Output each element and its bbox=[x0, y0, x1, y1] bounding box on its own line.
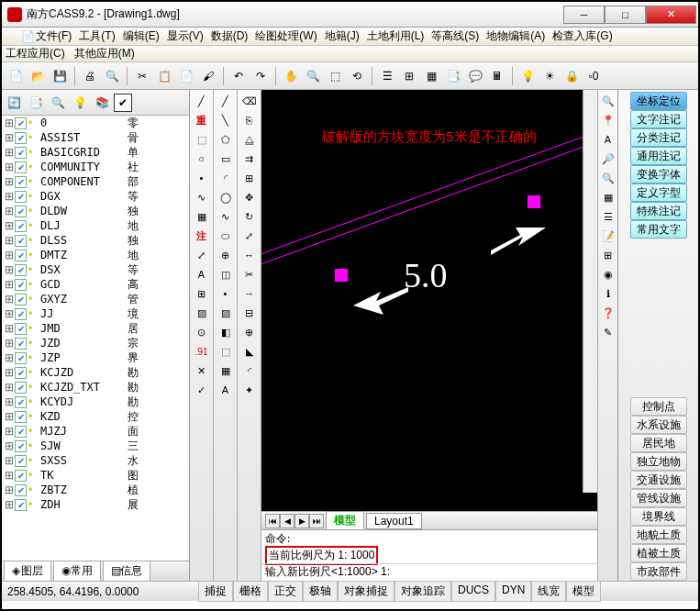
vcircle-icon[interactable]: ○ bbox=[192, 150, 212, 168]
rlist-icon[interactable]: ☰ bbox=[598, 207, 618, 226]
menu-view[interactable]: 显示(V) bbox=[164, 28, 206, 44]
bulb2-icon[interactable]: 💡 bbox=[70, 93, 90, 113]
vextend-icon[interactable]: → bbox=[239, 284, 260, 303]
menu-tool[interactable]: 工具(T) bbox=[76, 28, 117, 44]
cmd-input[interactable]: 输入新比例尺<1:1000> 1: bbox=[261, 563, 597, 580]
tab-first-icon[interactable]: ⏮ bbox=[265, 514, 280, 528]
rbtn-bot[interactable]: 地貌土质 bbox=[630, 526, 687, 544]
rbtn-bot[interactable]: 控制点 bbox=[630, 397, 687, 416]
layer-icon[interactable]: 📑 bbox=[26, 93, 46, 113]
menu-cadastre[interactable]: 地籍(J) bbox=[322, 28, 362, 44]
vscale-icon[interactable]: ⤢ bbox=[192, 246, 212, 264]
preview-icon[interactable]: 🔍 bbox=[102, 66, 122, 86]
vmove-icon[interactable]: ✥ bbox=[239, 188, 260, 206]
layer-row[interactable]: ⊞✔•DMTZ地 bbox=[2, 248, 189, 262]
rbtn-bot[interactable]: 市政部件 bbox=[630, 562, 687, 581]
minimize-button[interactable]: ─ bbox=[563, 6, 605, 24]
undo-icon[interactable]: ↶ bbox=[228, 66, 249, 86]
menu-contour[interactable]: 等高线(S) bbox=[428, 28, 482, 44]
vregion-icon[interactable]: ⬚ bbox=[216, 342, 236, 361]
vzhu-icon[interactable]: 注 bbox=[192, 227, 212, 245]
layer-row[interactable]: ⊞✔•TK图 bbox=[2, 468, 189, 483]
grip2[interactable] bbox=[528, 195, 540, 208]
vblock-icon[interactable]: ◫ bbox=[216, 265, 236, 283]
menu-land[interactable]: 土地利用(L) bbox=[364, 28, 428, 44]
rbtn-bot[interactable]: 境界线 bbox=[630, 507, 687, 526]
layer-row[interactable]: ⊞✔•0零 bbox=[2, 116, 189, 130]
status-toggle[interactable]: 极轴 bbox=[303, 581, 338, 602]
layer-row[interactable]: ⊞✔•JJ境 bbox=[2, 306, 189, 321]
vtable-icon[interactable]: ▦ bbox=[216, 361, 236, 380]
rtext-icon[interactable]: A bbox=[598, 130, 618, 149]
rbtn-top[interactable]: 坐标定位 bbox=[630, 92, 687, 110]
copy-icon[interactable]: 📋 bbox=[154, 66, 174, 86]
vhatch-icon[interactable]: ▨ bbox=[192, 304, 212, 322]
layer0-icon[interactable]: ▫0 bbox=[583, 66, 604, 86]
layer-row[interactable]: ⊞✔•KCYDJ勘 bbox=[2, 394, 189, 409]
layer-row[interactable]: ⊞✔•JZP界 bbox=[2, 350, 189, 365]
rbtn-bot[interactable]: 管线设施 bbox=[630, 489, 687, 507]
redo-icon[interactable]: ↷ bbox=[250, 66, 271, 86]
sheets-icon[interactable]: 📑 bbox=[443, 66, 463, 86]
cut-icon[interactable]: ✂ bbox=[132, 66, 152, 86]
menu-edit[interactable]: 编辑(E) bbox=[120, 28, 162, 44]
layer-row[interactable]: ⊞✔•KZD控 bbox=[2, 409, 189, 424]
vgrid-icon[interactable]: ⊞ bbox=[192, 284, 212, 303]
vx-icon[interactable]: ✕ bbox=[192, 361, 212, 380]
menu-draw[interactable]: 绘图处理(W) bbox=[252, 28, 319, 44]
vspline-icon[interactable]: ∿ bbox=[216, 207, 236, 226]
layer-row[interactable]: ⊞✔•SXSS水 bbox=[2, 453, 189, 468]
vcurve-icon[interactable]: ∿ bbox=[192, 188, 212, 206]
menu-topo[interactable]: 地物编辑(A) bbox=[483, 28, 548, 44]
tab-prev-icon[interactable]: ◀ bbox=[280, 514, 294, 528]
layer-row[interactable]: ⊞✔•KCJZD勘 bbox=[2, 365, 189, 380]
rbtn-bot[interactable]: 水系设施 bbox=[630, 416, 687, 434]
open-icon[interactable]: 📂 bbox=[28, 66, 48, 86]
vtrim-icon[interactable]: ✂ bbox=[239, 265, 260, 283]
tab-next-icon[interactable]: ▶ bbox=[294, 514, 309, 528]
layer-row[interactable]: ⊞✔•KCJZD_TXT勘 bbox=[2, 380, 189, 394]
vdraw2-icon[interactable]: ╲ bbox=[216, 111, 236, 129]
vcir2-icon[interactable]: ◯ bbox=[216, 188, 236, 206]
menu-file[interactable]: 文件(F) bbox=[33, 28, 74, 44]
rbtn-bot[interactable]: 独立地物 bbox=[630, 452, 687, 471]
layer-row[interactable]: ⊞✔•BASICGRID单 bbox=[2, 145, 189, 160]
grip1[interactable] bbox=[335, 269, 348, 282]
vrect-icon[interactable]: ▭ bbox=[216, 150, 236, 168]
vexplode-icon[interactable]: ✦ bbox=[239, 381, 260, 399]
maximize-button[interactable]: □ bbox=[605, 6, 646, 24]
new-icon[interactable]: 📄 bbox=[6, 66, 26, 86]
vmirror-icon[interactable]: ⧋ bbox=[239, 130, 260, 149]
zoom-icon[interactable]: 🔍 bbox=[303, 66, 323, 86]
layer-row[interactable]: ⊞✔•ZDH展 bbox=[2, 497, 189, 512]
vpolygon-icon[interactable]: ⬠ bbox=[216, 130, 236, 149]
vpoly-icon[interactable]: ⬚ bbox=[192, 130, 212, 149]
vdraw1-icon[interactable]: ╱ bbox=[216, 92, 236, 110]
v91-icon[interactable]: .91 bbox=[192, 342, 212, 361]
layer-row[interactable]: ⊞✔•JZD宗 bbox=[2, 336, 189, 350]
vinsert-icon[interactable]: ⊕ bbox=[216, 246, 236, 264]
props-icon[interactable]: ☰ bbox=[377, 66, 397, 86]
vfillet-icon[interactable]: ◜ bbox=[239, 361, 260, 380]
rbtn-bot[interactable]: 居民地 bbox=[630, 434, 687, 452]
layer-row[interactable]: ⊞✔•ASSIST骨 bbox=[2, 130, 189, 145]
lock-icon[interactable]: 🔒 bbox=[561, 66, 582, 86]
status-toggle[interactable]: 栅格 bbox=[233, 581, 268, 602]
rzoom-icon[interactable]: 🔍 bbox=[598, 92, 618, 110]
calc-icon[interactable]: 🖩 bbox=[487, 66, 507, 86]
tab-layout1[interactable]: Layout1 bbox=[366, 513, 422, 529]
paste-icon[interactable]: 📄 bbox=[176, 66, 196, 86]
rhelp-icon[interactable]: ❓ bbox=[598, 304, 618, 322]
vgradient-icon[interactable]: ◧ bbox=[216, 323, 236, 341]
vbreak-icon[interactable]: ⊟ bbox=[239, 304, 260, 322]
layer-row[interactable]: ⊞✔•GCD高 bbox=[2, 277, 189, 292]
vchamfer-icon[interactable]: ◣ bbox=[239, 342, 260, 361]
layer-row[interactable]: ⊞✔•ZBTZ植 bbox=[2, 483, 189, 497]
layer-row[interactable]: ⊞✔•DLSS独 bbox=[2, 233, 189, 248]
status-toggle[interactable]: 线宽 bbox=[531, 581, 566, 602]
tab-info[interactable]: ▤信息 bbox=[103, 561, 150, 581]
vchk-icon[interactable]: ✓ bbox=[192, 381, 212, 399]
vjoin-icon[interactable]: ⊕ bbox=[239, 323, 260, 341]
layer-row[interactable]: ⊞✔•JMD居 bbox=[2, 321, 189, 336]
menu-data[interactable]: 数据(D) bbox=[208, 28, 251, 44]
